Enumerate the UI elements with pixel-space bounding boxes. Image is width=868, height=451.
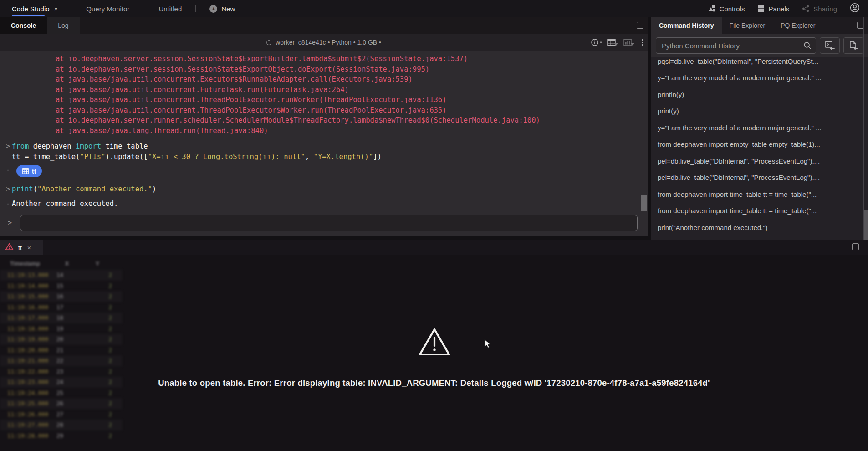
tab-label: Command History bbox=[659, 22, 714, 29]
history-item[interactable]: println(y) bbox=[651, 86, 868, 103]
console-blocks: >from deephaven import time_tablett = ti… bbox=[0, 141, 648, 211]
code-segment: "PT1s" bbox=[80, 153, 105, 161]
tab-label: Console bbox=[11, 22, 36, 29]
console-output[interactable]: at io.deephaven.server.session.SessionSt… bbox=[0, 51, 648, 211]
history-item[interactable]: from deephaven import time_table tt = ti… bbox=[651, 203, 868, 220]
tab-label: File Explorer bbox=[730, 22, 766, 29]
top-bar-tabs: Code Studio × Query Monitor Untitled + N… bbox=[0, 0, 235, 17]
new-tab-button[interactable]: + New bbox=[209, 5, 235, 13]
top-bar-actions: Controls Panels Sharing bbox=[708, 3, 868, 15]
tab-file-explorer[interactable]: File Explorer bbox=[722, 17, 773, 34]
history-item[interactable]: pel=db.live_table("DbInternal", "Process… bbox=[651, 169, 868, 186]
shapes-icon bbox=[708, 5, 716, 12]
deephaven-code-studio-window: { "topbar": { "tabs": [ { "label": "Code… bbox=[0, 0, 868, 451]
code-segment: from bbox=[12, 142, 29, 150]
plus-icon: + bbox=[209, 5, 217, 13]
tab-query-monitor[interactable]: Query Monitor bbox=[86, 0, 129, 17]
console-code-line: -Another command executed. bbox=[0, 199, 648, 209]
tab-console[interactable]: Console bbox=[0, 17, 47, 34]
stack-trace-line: at io.deephaven.server.session.SessionSt… bbox=[0, 64, 648, 75]
table-panel-content: TimestampXY 11:19:13.00014211:19:14.0001… bbox=[0, 255, 868, 451]
tab-label: Log bbox=[58, 22, 68, 29]
send-to-notebook-button[interactable] bbox=[843, 37, 863, 54]
code-segment: , bbox=[305, 153, 314, 161]
console-scrollbar-thumb[interactable] bbox=[641, 195, 647, 211]
new-tab-label: New bbox=[221, 5, 235, 13]
search-icon bbox=[803, 41, 812, 52]
console-code-line: >from deephaven import time_table bbox=[0, 141, 648, 152]
history-item[interactable]: y="I am the very model of a modern major… bbox=[651, 70, 868, 87]
tab-code-studio[interactable]: Code Studio × bbox=[12, 0, 58, 17]
tab-command-history[interactable]: Command History bbox=[651, 17, 722, 34]
history-tab-strip: Command History File Explorer PQ Explore… bbox=[651, 17, 868, 34]
sharing-label: Sharing bbox=[813, 5, 837, 13]
history-item[interactable]: from deephaven import empty_table empty_… bbox=[651, 136, 868, 153]
console-tab-strip: Console Log bbox=[0, 17, 648, 34]
worker-label-text: worker_c814e41c • Python • 1.0 GB • bbox=[276, 39, 381, 46]
tab-label: Untitled bbox=[158, 5, 182, 13]
maximize-panel-icon[interactable] bbox=[637, 22, 643, 29]
sharing-button: Sharing bbox=[802, 5, 837, 13]
controls-button[interactable]: Controls bbox=[708, 5, 745, 13]
history-item[interactable]: from deephaven import time_table tt = ti… bbox=[651, 186, 868, 203]
gutter-marker: > bbox=[6, 141, 10, 152]
tab-log[interactable]: Log bbox=[47, 17, 79, 34]
tab-label: PQ Explorer bbox=[781, 22, 815, 29]
send-to-console-button[interactable] bbox=[820, 37, 840, 54]
stack-trace-block: at io.deephaven.server.session.SessionSt… bbox=[0, 51, 648, 136]
worker-label: worker_c814e41c • Python • 1.0 GB • bbox=[266, 39, 381, 46]
history-search-input[interactable] bbox=[656, 37, 816, 54]
open-chart-menu-button bbox=[623, 39, 634, 46]
console-panel: worker_c814e41c • Python • 1.0 GB • bbox=[0, 34, 648, 236]
code-segment: import bbox=[76, 142, 101, 150]
tab-pq-explorer[interactable]: PQ Explorer bbox=[773, 17, 823, 34]
stack-trace-line: at java.base/java.util.concurrent.Thread… bbox=[0, 105, 648, 116]
table-error-message: Unable to open table. Error: Error displ… bbox=[0, 378, 868, 388]
table-button-tt[interactable]: tt bbox=[16, 165, 42, 177]
worker-toolbar bbox=[584, 34, 645, 51]
history-item[interactable]: pqsl=db.live_table("DbInternal", "Persis… bbox=[651, 57, 868, 70]
history-item[interactable]: print("Another command executed.") bbox=[651, 219, 868, 236]
maximize-panel-icon[interactable] bbox=[857, 22, 864, 29]
chevron-down-icon bbox=[631, 43, 634, 46]
history-search-row bbox=[651, 34, 868, 57]
maximize-panel-icon[interactable] bbox=[852, 243, 859, 250]
history-scrollbar-track[interactable] bbox=[863, 17, 864, 240]
console-scrollbar-track[interactable] bbox=[641, 51, 641, 211]
user-avatar-button[interactable] bbox=[850, 3, 860, 15]
info-button[interactable] bbox=[591, 38, 602, 46]
share-icon bbox=[802, 5, 810, 12]
gutter-marker: - bbox=[6, 165, 10, 175]
code-segment: ) bbox=[152, 185, 156, 193]
overflow-menu-icon[interactable] bbox=[640, 39, 645, 46]
console-input[interactable] bbox=[20, 215, 638, 231]
worker-status-bar: worker_c814e41c • Python • 1.0 GB • bbox=[0, 34, 648, 51]
open-table-menu-button[interactable] bbox=[607, 39, 618, 46]
close-icon[interactable]: × bbox=[54, 5, 58, 12]
code-segment: print bbox=[12, 185, 33, 193]
prompt-marker: > bbox=[8, 219, 12, 227]
panels-label: Panels bbox=[768, 5, 789, 13]
panels-button[interactable]: Panels bbox=[757, 5, 789, 13]
active-tab-underline bbox=[12, 15, 45, 16]
tab-label: Query Monitor bbox=[86, 5, 129, 13]
stack-trace-line: at java.base/java.lang.Thread.run(Thread… bbox=[0, 126, 648, 136]
warning-icon bbox=[5, 243, 14, 252]
history-scrollbar-thumb[interactable] bbox=[864, 210, 868, 240]
console-region: Console Log worker_c814e41c • Python • 1… bbox=[0, 17, 648, 240]
history-item[interactable]: print(y) bbox=[651, 103, 868, 120]
tab-untitled[interactable]: Untitled bbox=[158, 0, 182, 17]
stack-trace-line: at io.deephaven.server.session.SessionSt… bbox=[0, 54, 648, 64]
tab-divider bbox=[195, 5, 196, 12]
gutter-marker: - bbox=[6, 199, 10, 209]
warning-triangle-icon bbox=[418, 327, 451, 359]
top-bar: Code Studio × Query Monitor Untitled + N… bbox=[0, 0, 868, 17]
table-panel: tt × TimestampXY 11:19:13.00014211:19:14… bbox=[0, 240, 868, 451]
close-icon[interactable]: × bbox=[27, 244, 31, 251]
command-history-region: Command History File Explorer PQ Explore… bbox=[651, 17, 868, 240]
tab-tt[interactable]: tt × bbox=[0, 240, 43, 255]
history-item[interactable]: pel=db.live_table("DbInternal", "Process… bbox=[651, 153, 868, 169]
code-segment: tt = time_table( bbox=[12, 153, 80, 161]
history-item[interactable]: y="I am the very model of a modern major… bbox=[651, 119, 868, 136]
history-list[interactable]: pqsl=db.live_table("DbInternal", "Persis… bbox=[651, 57, 868, 240]
